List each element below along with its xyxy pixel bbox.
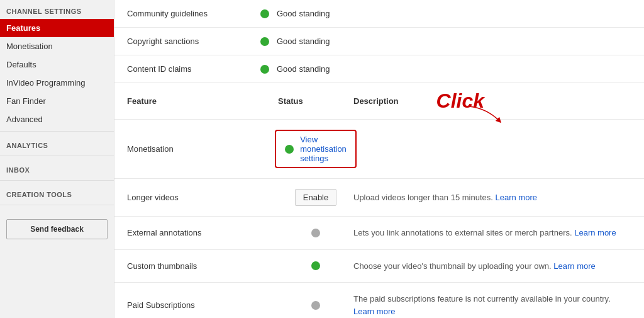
custom-thumbnails-status-cell <box>278 261 353 270</box>
longer-videos-status-cell: Enable <box>278 189 353 206</box>
external-annotations-description: Lets you link annotations to external si… <box>353 227 631 239</box>
sidebar-item-monetisation[interactable]: Monetisation <box>0 37 114 55</box>
monetisation-status-cell: View monetisation settings <box>278 130 353 168</box>
sidebar-divider-1 <box>0 131 114 132</box>
content-id-claims-dot <box>260 65 269 74</box>
sidebar-divider-4 <box>0 205 114 205</box>
enable-longer-videos-button[interactable]: Enable <box>295 189 336 206</box>
custom-thumbnails-dot <box>311 261 320 270</box>
custom-thumbnails-learn-more-link[interactable]: Learn more <box>553 261 595 271</box>
copyright-sanctions-dot <box>260 37 269 46</box>
sidebar-item-advanced[interactable]: Advanced <box>0 110 114 128</box>
paid-subscriptions-label: Paid Subscriptions <box>127 300 278 310</box>
community-guidelines-status: Good standing <box>277 9 330 18</box>
feature-table-header: Feature Status Description Click <box>114 83 644 120</box>
monetisation-feature-label: Monetisation <box>127 144 278 154</box>
external-annotations-learn-more-link[interactable]: Learn more <box>574 228 616 237</box>
longer-videos-description: Upload videos longer than 15 minutes. Le… <box>353 191 631 204</box>
send-feedback-button[interactable]: Send feedback <box>6 219 108 239</box>
community-guidelines-dot <box>260 9 269 18</box>
custom-thumbnails-label: Custom thumbnails <box>127 261 278 271</box>
paid-subscriptions-status-cell <box>278 301 353 310</box>
col-feature-header: Feature <box>127 96 278 106</box>
monetisation-feature-row: Monetisation View monetisation settings <box>114 120 644 179</box>
main-content: Community guidelines Good standing Copyr… <box>114 0 644 318</box>
longer-videos-learn-more-link[interactable]: Learn more <box>496 193 537 202</box>
channel-settings-heading: CHANNEL SETTINGS <box>0 0 114 19</box>
analytics-heading: ANALYTICS <box>0 134 114 153</box>
col-status-header: Status <box>278 96 353 106</box>
custom-thumbnails-description: Choose your video's thumbnail by uploadi… <box>353 260 631 273</box>
external-annotations-status-cell <box>278 229 353 237</box>
paid-subscriptions-feature-row: Paid Subscriptions The paid subscription… <box>114 283 644 318</box>
paid-subscriptions-description: The paid subscriptions feature is not cu… <box>353 293 631 317</box>
sidebar-item-features[interactable]: Features <box>0 19 114 37</box>
click-annotation: Click <box>436 89 484 113</box>
view-monetisation-link[interactable]: View monetisation settings <box>300 135 347 163</box>
sidebar: CHANNEL SETTINGS Features Monetisation D… <box>0 0 114 318</box>
sidebar-divider-2 <box>0 156 114 156</box>
content-id-claims-row: Content ID claims Good standing <box>114 55 644 83</box>
longer-videos-label: Longer videos <box>127 193 278 202</box>
copyright-sanctions-row: Copyright sanctions Good standing <box>114 28 644 55</box>
inbox-heading: INBOX <box>0 159 114 178</box>
click-arrow-icon <box>468 105 506 124</box>
monetisation-dot <box>285 145 294 154</box>
col-description-header: Description Click <box>353 89 631 113</box>
monetisation-box[interactable]: View monetisation settings <box>275 130 357 168</box>
community-guidelines-row: Community guidelines Good standing <box>114 0 644 28</box>
community-guidelines-label: Community guidelines <box>127 9 253 18</box>
external-annotations-feature-row: External annotations Lets you link annot… <box>114 217 644 250</box>
external-annotations-dot <box>311 229 320 237</box>
sidebar-item-fan-finder[interactable]: Fan Finder <box>0 92 114 110</box>
copyright-sanctions-label: Copyright sanctions <box>127 37 253 46</box>
sidebar-divider-3 <box>0 180 114 181</box>
custom-thumbnails-feature-row: Custom thumbnails Choose your video's th… <box>114 250 644 283</box>
paid-subscriptions-learn-more-link[interactable]: Learn more <box>353 307 395 316</box>
content-id-claims-label: Content ID claims <box>127 64 253 74</box>
sidebar-item-invideo-programming[interactable]: InVideo Programming <box>0 74 114 92</box>
paid-subscriptions-dot <box>311 301 320 310</box>
external-annotations-label: External annotations <box>127 228 278 237</box>
content-id-claims-status: Good standing <box>277 64 330 74</box>
copyright-sanctions-status: Good standing <box>277 37 330 46</box>
longer-videos-feature-row: Longer videos Enable Upload videos longe… <box>114 179 644 217</box>
creation-tools-heading: CREATION TOOLS <box>0 183 114 202</box>
sidebar-item-defaults[interactable]: Defaults <box>0 55 114 74</box>
